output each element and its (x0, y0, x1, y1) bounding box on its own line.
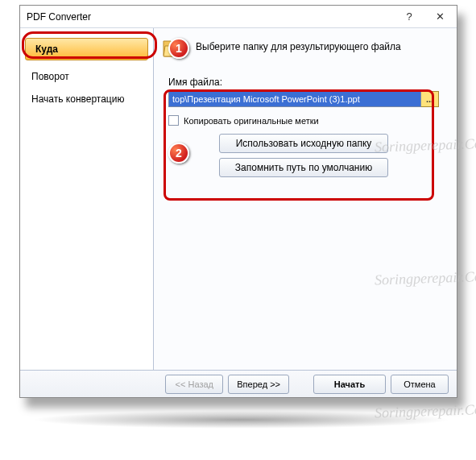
sidebar: Куда Поворот Начать конвертацию (20, 28, 154, 370)
start-button[interactable]: Начать (313, 375, 386, 394)
watermark: Soringperepair.Com (375, 400, 476, 421)
annotation-badge-2: 2 (168, 143, 189, 164)
remember-default-path-button[interactable]: Запомнить путь по умолчанию (219, 158, 388, 177)
window-title: PDF Converter (27, 11, 394, 23)
close-button[interactable]: ✕ (424, 7, 455, 27)
sidebar-item-label: Начать конвертацию (31, 93, 124, 105)
titlebar: PDF Converter ? ✕ (20, 6, 457, 28)
prompt-text: Выберите папку для результирующего файла (196, 41, 401, 54)
sidebar-item-start-conversion[interactable]: Начать конвертацию (20, 88, 153, 110)
sidebar-item-label: Куда (35, 44, 58, 55)
footer: << Назад Вперед >> Начать Отмена (20, 370, 457, 397)
copy-marks-checkbox[interactable] (168, 115, 179, 126)
help-button[interactable]: ? (394, 7, 424, 27)
back-button[interactable]: << Назад (165, 375, 223, 394)
use-source-folder-button[interactable]: Использовать исходную папку (219, 134, 388, 153)
dialog-window: PDF Converter ? ✕ Куда Поворот Начать ко… (19, 5, 457, 398)
forward-button[interactable]: Вперед >> (228, 375, 289, 394)
filename-label: Имя файла: (168, 77, 439, 88)
filename-input[interactable]: top\Презентация Microsoft PowerPoint (3)… (168, 91, 421, 107)
content-area: Выберите папку для результирующего файла… (154, 28, 457, 370)
sidebar-item-rotate[interactable]: Поворот (20, 65, 153, 88)
browse-button[interactable]: ... (421, 91, 439, 107)
sidebar-item-label: Поворот (31, 71, 69, 82)
copy-marks-label: Копировать оригинальные метки (184, 116, 319, 126)
sidebar-item-where[interactable]: Куда (25, 38, 148, 60)
cancel-button[interactable]: Отмена (391, 375, 449, 394)
annotation-badge-1: 1 (168, 38, 189, 59)
